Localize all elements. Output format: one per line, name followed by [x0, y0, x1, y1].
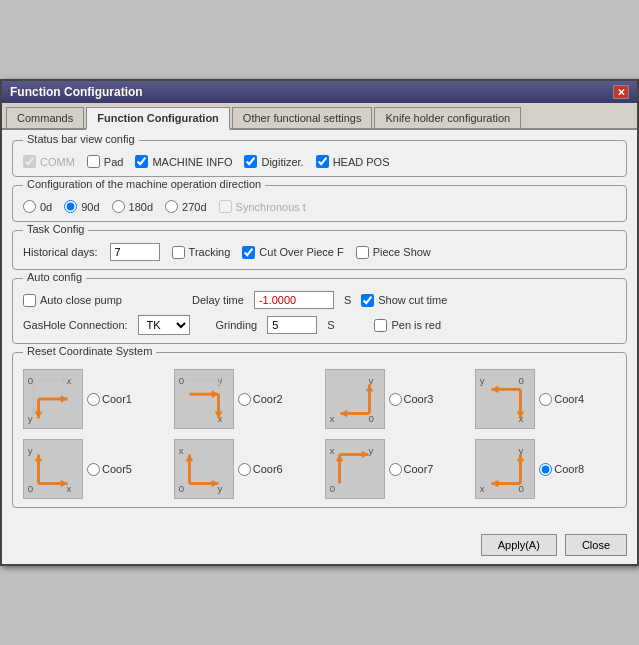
checkbox-auto-close-pump[interactable]: Auto close pump: [23, 294, 122, 307]
show-cut-time-label: Show cut time: [378, 294, 447, 306]
coord-arrow-7: x y 0: [326, 440, 384, 498]
checkbox-comm[interactable]: COMM: [23, 155, 75, 168]
svg-marker-33: [492, 385, 499, 393]
coor3-radio-wrapper[interactable]: Coor3: [389, 393, 434, 406]
coord-arrow-4: y 0 x: [476, 370, 534, 428]
coor7-radio-wrapper[interactable]: Coor7: [389, 463, 434, 476]
coor5-label: Coor5: [102, 463, 132, 475]
coor8-radio[interactable]: [539, 463, 552, 476]
tab-commands[interactable]: Commands: [6, 107, 84, 128]
tab-function-configuration[interactable]: Function Configuration: [86, 107, 230, 130]
svg-marker-8: [61, 395, 68, 403]
coord-item-1: 0 x y: [23, 369, 164, 429]
checkbox-cut-over[interactable]: Cut Over Piece F: [242, 246, 343, 259]
coord-img-1: 0 x y: [23, 369, 83, 429]
checkbox-machine-info[interactable]: MACHINE INFO: [135, 155, 232, 168]
svg-text:0: 0: [28, 375, 33, 386]
svg-text:y: y: [368, 445, 373, 456]
coor3-label: Coor3: [404, 393, 434, 405]
close-icon[interactable]: ✕: [613, 85, 629, 99]
content-area: Status bar view config COMM Pad MACHINE …: [2, 130, 637, 526]
window-title: Function Configuration: [10, 85, 143, 99]
radio-0d[interactable]: 0d: [23, 200, 52, 213]
close-button[interactable]: Close: [565, 534, 627, 556]
svg-text:0: 0: [519, 375, 524, 386]
svg-text:0: 0: [179, 483, 184, 494]
auto-close-pump-label: Auto close pump: [40, 294, 122, 306]
svg-text:0: 0: [179, 375, 184, 386]
radio-180d-label: 180d: [129, 201, 153, 213]
delay-time-input[interactable]: [254, 291, 334, 309]
checkbox-tracking[interactable]: Tracking: [172, 246, 231, 259]
coor2-radio[interactable]: [238, 393, 251, 406]
radio-270d-label: 270d: [182, 201, 206, 213]
coord-item-3: x 0 y Coor3: [325, 369, 466, 429]
radio-90d[interactable]: 90d: [64, 200, 99, 213]
auto-config-group: Auto config Auto close pump Delay time S…: [12, 278, 627, 344]
coord-img-7: x y 0: [325, 439, 385, 499]
historical-days-label: Historical days:: [23, 246, 98, 258]
coor8-radio-wrapper[interactable]: Coor8: [539, 463, 584, 476]
coord-img-6: 0 x y: [174, 439, 234, 499]
svg-text:y: y: [28, 413, 33, 424]
checkbox-digitizer[interactable]: Digitizer.: [244, 155, 303, 168]
machine-op-group: Configuration of the machine operation d…: [12, 185, 627, 222]
delay-time-label: Delay time: [192, 294, 244, 306]
grinding-unit: S: [327, 319, 334, 331]
grinding-input[interactable]: [267, 316, 317, 334]
checkbox-head-pos[interactable]: HEAD POS: [316, 155, 390, 168]
historical-days-input[interactable]: [110, 243, 160, 261]
coor2-radio-wrapper[interactable]: Coor2: [238, 393, 283, 406]
coor6-label: Coor6: [253, 463, 283, 475]
coord-arrow-3: x 0 y: [326, 370, 384, 428]
coor4-radio[interactable]: [539, 393, 552, 406]
coor7-radio[interactable]: [389, 463, 402, 476]
radio-180d[interactable]: 180d: [112, 200, 153, 213]
coor3-radio[interactable]: [389, 393, 402, 406]
checkbox-pen-is-red[interactable]: Pen is red: [374, 319, 441, 332]
tracking-label: Tracking: [189, 246, 231, 258]
coord-arrow-8: y 0 x: [476, 440, 534, 498]
apply-button[interactable]: Apply(A): [481, 534, 557, 556]
gashole-label: GasHole Connection:: [23, 319, 128, 331]
radio-90d-label: 90d: [81, 201, 99, 213]
status-bar-label: Status bar view config: [23, 133, 139, 145]
coor5-radio[interactable]: [87, 463, 100, 476]
radio-0d-label: 0d: [40, 201, 52, 213]
svg-marker-10: [35, 412, 43, 419]
gashole-select[interactable]: TK NK OFF: [138, 315, 190, 335]
machine-info-label: MACHINE INFO: [152, 156, 232, 168]
svg-text:0: 0: [329, 483, 334, 494]
svg-text:x: x: [329, 445, 334, 456]
bottom-buttons: Apply(A) Close: [2, 526, 637, 564]
tab-knife-holder[interactable]: Knife holder configuration: [374, 107, 521, 128]
svg-text:y: y: [480, 375, 485, 386]
coord-img-2: 0 y x: [174, 369, 234, 429]
coor1-radio-wrapper[interactable]: Coor1: [87, 393, 132, 406]
coor1-label: Coor1: [102, 393, 132, 405]
tab-other-functional[interactable]: Other functional settings: [232, 107, 373, 128]
coor4-radio-wrapper[interactable]: Coor4: [539, 393, 584, 406]
checkbox-synchronous[interactable]: Synchronous t: [219, 200, 306, 213]
comm-label: COMM: [40, 156, 75, 168]
checkbox-piece-show[interactable]: Piece Show: [356, 246, 431, 259]
svg-text:y: y: [368, 375, 373, 386]
svg-text:x: x: [480, 483, 485, 494]
radio-270d[interactable]: 270d: [165, 200, 206, 213]
coor1-radio[interactable]: [87, 393, 100, 406]
svg-text:y: y: [28, 445, 33, 456]
coord-item-4: y 0 x Coor4: [475, 369, 616, 429]
coor5-radio-wrapper[interactable]: Coor5: [87, 463, 132, 476]
title-bar: Function Configuration ✕: [2, 81, 637, 103]
coor2-label: Coor2: [253, 393, 283, 405]
svg-marker-42: [35, 455, 43, 462]
svg-text:y: y: [519, 445, 524, 456]
coor6-radio-wrapper[interactable]: Coor6: [238, 463, 283, 476]
checkbox-pad[interactable]: Pad: [87, 155, 124, 168]
delay-unit: S: [344, 294, 351, 306]
checkbox-show-cut-time[interactable]: Show cut time: [361, 294, 447, 307]
coor6-radio[interactable]: [238, 463, 251, 476]
svg-text:x: x: [179, 445, 184, 456]
head-pos-label: HEAD POS: [333, 156, 390, 168]
coord-img-4: y 0 x: [475, 369, 535, 429]
